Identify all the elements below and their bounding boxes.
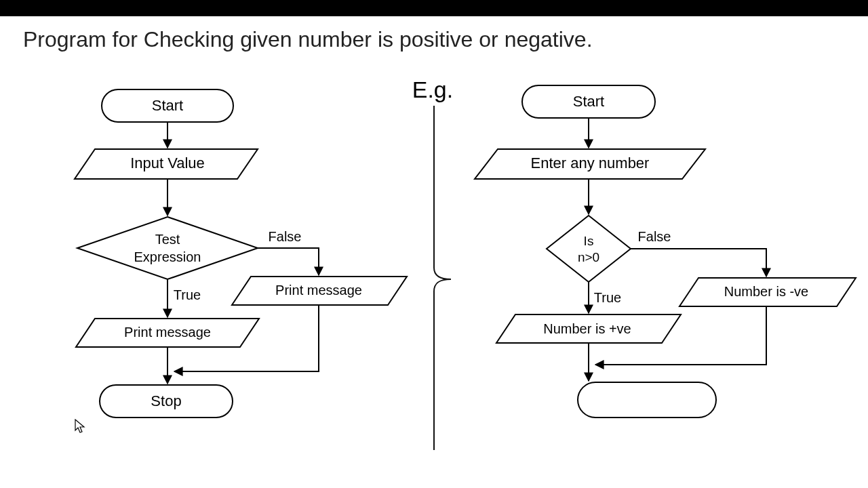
false-label-r: False	[638, 229, 671, 244]
decision-node: Test Expression	[77, 217, 258, 279]
stop-node-r	[578, 382, 716, 418]
stop-node: Stop	[100, 385, 233, 418]
true-label: True	[174, 287, 201, 302]
print-false-node-r: Number is -ve	[679, 278, 856, 306]
print-true-node-r: Number is +ve	[496, 314, 681, 343]
start-label: Start	[152, 97, 183, 114]
decision-l2-r: n>0	[578, 250, 599, 264]
decision-l2: Expression	[134, 249, 201, 264]
decision-l1: Test	[155, 232, 180, 247]
arrow-false-r	[631, 249, 766, 277]
input-label-r: Enter any number	[531, 155, 650, 171]
start-node: Start	[102, 89, 233, 122]
false-label: False	[269, 229, 302, 244]
input-node: Input Value	[75, 149, 258, 179]
print-false-label-r: Number is -ve	[724, 284, 808, 299]
flowchart-right: Start Enter any number Is n>0 False Numb…	[475, 85, 856, 418]
true-label-r: True	[594, 290, 621, 305]
print-true-label: Print message	[124, 325, 211, 340]
svg-rect-11	[578, 382, 716, 418]
flowchart-left: Start Input Value Test Expression False …	[75, 89, 407, 418]
print-true-node: Print message	[76, 319, 259, 347]
flowchart-canvas: Start Input Value Test Expression False …	[0, 0, 868, 488]
decision-node-r: Is n>0	[547, 216, 631, 282]
print-true-label-r: Number is +ve	[543, 321, 631, 336]
print-false-node: Print message	[232, 277, 407, 305]
svg-marker-8	[547, 216, 631, 282]
start-label-r: Start	[573, 93, 604, 110]
brace	[434, 106, 451, 450]
arrow-false	[258, 248, 319, 275]
input-label: Input Value	[130, 155, 205, 171]
svg-marker-2	[77, 217, 258, 279]
decision-l1-r: Is	[584, 234, 594, 248]
input-node-r: Enter any number	[475, 149, 705, 179]
start-node-r: Start	[522, 85, 655, 118]
eg-label: E.g.	[412, 77, 453, 102]
stop-label: Stop	[151, 392, 181, 409]
print-false-label: Print message	[275, 283, 362, 298]
